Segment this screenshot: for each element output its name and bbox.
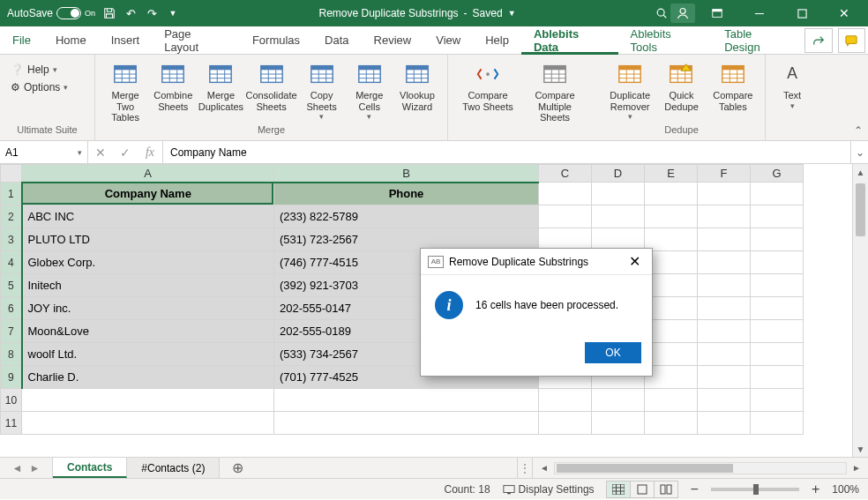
qat-dropdown-icon[interactable]: ▼ xyxy=(166,6,180,20)
cell-A8[interactable]: woolf Ltd. xyxy=(22,343,274,366)
scroll-right-icon[interactable]: ► xyxy=(849,463,864,473)
cell-G5[interactable] xyxy=(751,274,804,297)
compare-tables-button[interactable]: CompareTables xyxy=(708,58,758,112)
page-layout-view-button[interactable] xyxy=(630,481,655,498)
row-header-5[interactable]: 5 xyxy=(1,274,22,297)
chevron-down-icon[interactable]: ▾ xyxy=(78,148,82,157)
cell-A4[interactable]: Globex Corp. xyxy=(22,251,274,274)
search-icon[interactable] xyxy=(655,6,669,20)
cell-A2[interactable]: ABC INC xyxy=(22,205,274,228)
row-header-2[interactable]: 2 xyxy=(1,205,22,228)
cell-F6[interactable] xyxy=(698,297,751,320)
consolidate-sheets-button[interactable]: ConsolidateSheets xyxy=(246,58,297,112)
minimize-button[interactable]: ─ xyxy=(739,0,780,26)
tab-page-layout[interactable]: Page Layout xyxy=(152,26,240,55)
row-header-10[interactable]: 10 xyxy=(1,389,22,412)
sheet-nav-arrows[interactable]: ◄► xyxy=(0,458,53,478)
text-button[interactable]: A Text ▾ xyxy=(773,58,812,110)
sheet-prev-icon[interactable]: ◄ xyxy=(12,462,23,474)
formula-input[interactable]: Company Name xyxy=(163,141,850,163)
cell-A7[interactable]: Moon&Love xyxy=(22,320,274,343)
undo-icon[interactable]: ↶ xyxy=(123,6,138,20)
collapse-ribbon-icon[interactable]: ⌃ xyxy=(854,124,863,137)
row-header-1[interactable]: 1 xyxy=(1,183,22,205)
tab-review[interactable]: Review xyxy=(362,26,424,55)
copy-sheets-button[interactable]: CopySheets▾ xyxy=(299,58,345,122)
cell-F4[interactable] xyxy=(698,251,751,274)
ribbon-display-icon[interactable] xyxy=(697,0,737,26)
scroll-left-icon[interactable]: ◄ xyxy=(536,463,552,473)
title-dropdown-icon[interactable]: ▼ xyxy=(508,9,516,18)
cell-D10[interactable] xyxy=(592,389,645,412)
cell-G8[interactable] xyxy=(751,343,804,366)
name-box[interactable]: A1 ▾ xyxy=(0,141,88,163)
merge-cells-button[interactable]: MergeCells▾ xyxy=(347,58,393,122)
tab-home[interactable]: Home xyxy=(43,26,99,55)
dialog-close-button[interactable]: ✕ xyxy=(624,253,645,270)
quick-dedupe-button[interactable]: " height="30">QuickDedupe xyxy=(656,58,706,112)
account-avatar[interactable] xyxy=(670,4,695,23)
close-button[interactable]: ✕ xyxy=(824,0,864,26)
row-header-9[interactable]: 9 xyxy=(1,366,22,389)
tab-data[interactable]: Data xyxy=(312,26,361,55)
tab-insert[interactable]: Insert xyxy=(99,26,153,55)
scroll-thumb[interactable] xyxy=(856,183,865,236)
zoom-in-button[interactable]: + xyxy=(812,481,819,497)
cell-A6[interactable]: JOY inc. xyxy=(22,297,274,320)
display-settings-button[interactable]: Display Settings xyxy=(503,483,595,496)
cell-B10[interactable] xyxy=(274,389,539,412)
cell-G3[interactable] xyxy=(751,228,804,251)
sheet-tab-contacts[interactable]: Contacts xyxy=(53,458,127,478)
cell-G2[interactable] xyxy=(751,205,804,228)
cell-G9[interactable] xyxy=(751,366,804,389)
page-break-view-button[interactable] xyxy=(654,481,678,498)
cell-A9[interactable]: Charlie D. xyxy=(22,366,274,389)
row-header-7[interactable]: 7 xyxy=(1,320,22,343)
row-header-8[interactable]: 8 xyxy=(1,343,22,366)
col-header-B[interactable]: B xyxy=(274,165,539,183)
vertical-scrollbar[interactable]: ▲ ▼ xyxy=(852,164,868,457)
cell-A11[interactable] xyxy=(22,412,274,435)
compare-two-sheets-button[interactable]: CompareTwo Sheets xyxy=(455,58,520,112)
row-header-4[interactable]: 4 xyxy=(1,251,22,274)
ok-button[interactable]: OK xyxy=(585,342,641,363)
row-header-11[interactable]: 11 xyxy=(1,412,22,435)
scroll-thumb[interactable] xyxy=(557,464,733,473)
expand-formula-icon[interactable]: ⌄ xyxy=(850,141,868,163)
col-header-D[interactable]: D xyxy=(592,165,645,183)
maximize-button[interactable] xyxy=(782,0,822,26)
fx-icon[interactable]: fx xyxy=(138,145,162,160)
cell-F9[interactable] xyxy=(698,366,751,389)
col-header-G[interactable]: G xyxy=(751,165,804,183)
tab-splitter[interactable]: ⋮ xyxy=(517,458,533,478)
col-header-C[interactable]: C xyxy=(539,165,592,183)
cell-A3[interactable]: PLUTO LTD xyxy=(22,228,274,251)
add-sheet-button[interactable]: ⊕ xyxy=(220,458,255,478)
cell-C11[interactable] xyxy=(539,412,592,435)
cell-G11[interactable] xyxy=(751,412,804,435)
normal-view-button[interactable] xyxy=(606,481,631,498)
cell-E10[interactable] xyxy=(645,389,698,412)
cell-D1[interactable] xyxy=(592,183,645,205)
cell-F8[interactable] xyxy=(698,343,751,366)
horizontal-scrollbar[interactable]: ◄ ► xyxy=(533,458,868,478)
cell-G7[interactable] xyxy=(751,320,804,343)
cell-B2[interactable]: (233) 822-5789 xyxy=(274,205,539,228)
cell-D2[interactable] xyxy=(592,205,645,228)
autosave-switch[interactable] xyxy=(56,7,81,19)
row-header-6[interactable]: 6 xyxy=(1,297,22,320)
cell-A5[interactable]: Initech xyxy=(22,274,274,297)
col-header-E[interactable]: E xyxy=(645,165,698,183)
save-icon[interactable] xyxy=(102,6,116,20)
enter-formula-icon[interactable]: ✓ xyxy=(113,146,138,160)
select-all-corner[interactable] xyxy=(1,165,22,183)
merge-two-tables-button[interactable]: MergeTwo Tables xyxy=(102,58,148,123)
help-button[interactable]: ❔Help▾ xyxy=(11,63,68,76)
tab-ablebits-data[interactable]: Ablebits Data xyxy=(521,26,618,55)
cell-F2[interactable] xyxy=(698,205,751,228)
tab-view[interactable]: View xyxy=(423,26,473,55)
cell-A1[interactable]: Company Name xyxy=(22,183,274,205)
cell-E1[interactable] xyxy=(645,183,698,205)
zoom-out-button[interactable]: − xyxy=(691,481,699,497)
cell-E11[interactable] xyxy=(645,412,698,435)
